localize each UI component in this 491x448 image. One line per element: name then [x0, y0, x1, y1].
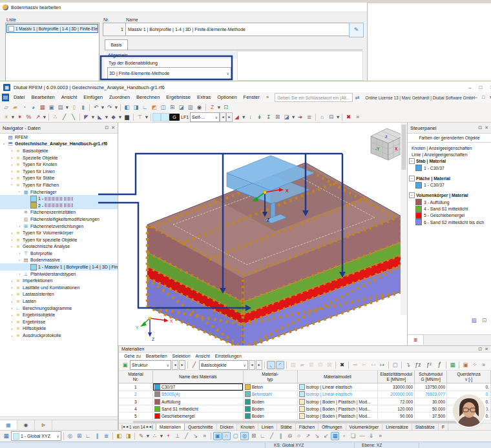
- tree-item-ausdruckprotokolle[interactable]: ›■Ausdruckprotokolle: [0, 332, 118, 339]
- table-group-combo[interactable]: Struktur∨: [130, 360, 171, 370]
- dd6[interactable]: ▾: [43, 113, 47, 121]
- table-view-icon[interactable]: ⊞: [168, 103, 176, 112]
- tab-basis[interactable]: Basis: [105, 39, 128, 50]
- tree-item-flaechensteifigkeitsmodifizierungen[interactable]: ▥Flächensteifigkeitsmodifizierungen: [0, 216, 118, 223]
- sp-linie[interactable]: Linie | Anzeigeeigenschaften: [409, 151, 490, 158]
- mat-menu-ansicht[interactable]: Ansicht: [193, 352, 213, 360]
- massif-list-item[interactable]: 1 Massiv 1 | Bohrprofile | 1-4 | 3D | Fi…: [6, 24, 98, 33]
- select-row-icon[interactable]: ◟: [267, 361, 275, 369]
- menu-datei[interactable]: Datei: [10, 92, 28, 103]
- chevron-icon[interactable]: ›: [9, 279, 15, 283]
- g-load-badge[interactable]: G: [169, 114, 180, 121]
- dd13[interactable]: ▾: [336, 113, 340, 121]
- sync-keyword-icon[interactable]: ⇄: [353, 94, 361, 102]
- menu-optionen[interactable]: Optionen: [214, 92, 240, 103]
- collapse-icon[interactable]: –: [409, 158, 415, 164]
- tab-stäbe[interactable]: Stäbe: [277, 423, 296, 430]
- table-gray2-icon[interactable]: ▰: [298, 361, 306, 369]
- window-two-icon[interactable]: ◨: [132, 103, 140, 112]
- tree-node-icon[interactable]: ∴: [51, 113, 59, 121]
- next-category-button[interactable]: ▸: [256, 360, 262, 370]
- chevron-icon[interactable]: ›: [10, 182, 14, 188]
- node-snap-icon[interactable]: ∴: [151, 432, 159, 440]
- dd14[interactable]: ▾: [146, 432, 150, 440]
- mdi-restore-button[interactable]: □: [482, 95, 485, 100]
- layers-icon[interactable]: ≣: [102, 432, 110, 440]
- coordinate-system-combo[interactable]: 1 - Global XYZ∨: [11, 431, 61, 441]
- keyword-search-input[interactable]: Geben Sie ein Schlüsselwort ein (Alt...: [275, 93, 353, 102]
- pin-icon[interactable]: ⊡: [105, 125, 109, 130]
- table-row-material-5[interactable]: 5GeschiebemergelBodenIsotrop | Boden | P…: [119, 412, 491, 420]
- perp-icon[interactable]: ⊥: [173, 432, 182, 440]
- mdi-minimize-button[interactable]: –: [475, 95, 477, 100]
- menu-einfuegen[interactable]: Einfügen: [80, 92, 106, 103]
- sp-sand-s2[interactable]: 6 - Sand S2 mitteldicht bis dich: [409, 219, 490, 225]
- protocol-icon[interactable]: ▥: [186, 103, 194, 112]
- pin-icon[interactable]: ⊡: [478, 125, 482, 130]
- delete-rows-icon[interactable]: ✖: [338, 361, 346, 369]
- chevron-icon[interactable]: ›: [17, 251, 23, 255]
- tab-querschnitte[interactable]: Querschnitte: [185, 423, 217, 430]
- minimize-button[interactable]: –: [468, 85, 471, 90]
- table-gray5-icon[interactable]: ⊠: [325, 361, 333, 369]
- tree-item-geotechnische-analyse[interactable]: ›■Geotechnische Analyse: [0, 243, 118, 250]
- magnet-icon[interactable]: ∩: [222, 432, 231, 440]
- close-icon[interactable]: ✕: [485, 125, 488, 130]
- snap-icon[interactable]: ◎: [66, 432, 74, 440]
- undo-icon[interactable]: ↶: [92, 103, 100, 112]
- menu-extras[interactable]: Extras: [194, 92, 214, 103]
- tree-item-typen-fuer-staebe[interactable]: ›■Typen für Stäbe: [0, 175, 118, 182]
- table-gray3-icon[interactable]: ⊞: [307, 361, 315, 369]
- menu-fenster[interactable]: Fenster: [240, 92, 263, 103]
- tree-item-hilfsobjekte[interactable]: ›■Hilfsobjekte: [0, 325, 118, 332]
- tab-öffnungen[interactable]: Öffnungen: [319, 423, 346, 430]
- column-header[interactable]: Material-typ: [244, 371, 298, 383]
- table-category-combo[interactable]: Basisobjekte∨: [199, 360, 248, 370]
- tree-item-typen-fuer-linien[interactable]: ›■Typen für Linien: [0, 168, 118, 175]
- new-model-icon[interactable]: ▱: [2, 103, 10, 112]
- load-member-icon[interactable]: ↧: [264, 113, 273, 121]
- tree-item-bohrprofile[interactable]: ›⊤Bohrprofile: [0, 250, 118, 257]
- print-icon[interactable]: ▤: [56, 103, 65, 112]
- more2[interactable]: »: [479, 361, 488, 369]
- support-icon[interactable]: ⊤: [136, 113, 144, 121]
- select-corner-icon[interactable]: ◤: [82, 113, 90, 121]
- bodenabbildung-dropdown[interactable]: 3D | Finite-Elemente-Methode ∨: [107, 67, 231, 79]
- dd9[interactable]: ▾: [118, 113, 122, 121]
- download-icon[interactable]: ⇓: [367, 432, 375, 440]
- chevron-icon[interactable]: ›: [3, 141, 6, 147]
- arrow-se2-icon[interactable]: ↘: [313, 432, 321, 440]
- diag-icon[interactable]: ╱: [182, 432, 191, 440]
- new-item-icon[interactable]: ▯: [70, 103, 78, 112]
- chevron-icon[interactable]: ›: [9, 306, 15, 310]
- tab-flächen[interactable]: Flächen: [296, 423, 319, 430]
- copy-icon[interactable]: ▮: [79, 103, 87, 112]
- tab-stabsätze[interactable]: Stabsätze: [412, 423, 439, 430]
- chevron-icon[interactable]: ›: [17, 272, 23, 276]
- column-header[interactable]: MaterialNr.: [119, 371, 153, 383]
- percent-tool-icon[interactable]: %: [25, 113, 33, 121]
- tree-item-bodenmassive[interactable]: ›▤Bodenmassive: [0, 257, 118, 264]
- measure-icon[interactable]: ⊟: [327, 113, 335, 121]
- chevron-icon[interactable]: ›: [10, 243, 14, 249]
- nav-tab-data[interactable]: ▦: [0, 420, 17, 430]
- window-icon[interactable]: ▢: [391, 361, 399, 369]
- name-field[interactable]: Massiv 1 | Bohrprofile | 1-4 | 3D | Fini…: [125, 23, 351, 36]
- nav-tab-views[interactable]: ⊳: [35, 420, 52, 430]
- barrier-icon[interactable]: ≣: [305, 113, 313, 121]
- select-box-icon[interactable]: ◣: [96, 113, 104, 121]
- grid-view-icon[interactable]: ⊡: [222, 103, 230, 112]
- calc-icon[interactable]: ▣: [461, 361, 470, 369]
- tab-materialien[interactable]: Materialien: [156, 423, 185, 430]
- tree-item-lasten[interactable]: ›■Lasten: [0, 298, 118, 305]
- nav-tab-display[interactable]: ◉: [17, 420, 35, 430]
- redo-icon[interactable]: ↷: [105, 103, 114, 112]
- target-icon[interactable]: ◎: [240, 432, 249, 440]
- arrow-sw-icon[interactable]: ↙: [322, 432, 330, 440]
- decimals-icon[interactable]: ⁘: [470, 361, 479, 369]
- dd12[interactable]: ▾: [291, 113, 295, 121]
- tab-volumenkörper[interactable]: Volumenkörper: [346, 423, 383, 430]
- massif-listbox[interactable]: 1 Massiv 1 | Bohrprofile | 1-4 | 3D | Fi…: [5, 23, 99, 81]
- frame-icon[interactable]: ▫: [340, 432, 348, 440]
- model-viewport[interactable]: X Z X Y Z: [118, 123, 407, 345]
